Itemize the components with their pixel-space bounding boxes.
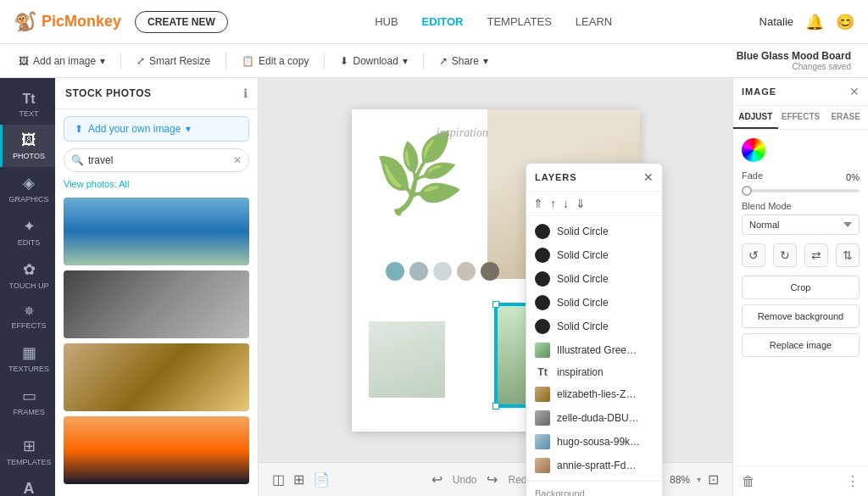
sidebar-photos-label: PHOTOS xyxy=(13,152,45,160)
layer-item[interactable]: Tt inspiration xyxy=(526,362,662,382)
stock-panel: STOCK PHOTOS ℹ ⬆ Add your own image ▾ 🔍 … xyxy=(55,78,259,496)
add-image-icon: 🖼 xyxy=(19,55,29,67)
top-nav: 🐒 PicMonkey CREATE NEW HUB EDITOR TEMPLA… xyxy=(0,0,868,44)
layer-circle-dot xyxy=(535,295,550,310)
tab-effects[interactable]: EFFECTS xyxy=(778,106,824,129)
tab-erase[interactable]: ERASE xyxy=(823,106,868,129)
layer-item[interactable]: Solid Circle xyxy=(526,267,662,291)
sidebar-item-effects[interactable]: ✵ EFFECTS xyxy=(0,297,55,337)
smart-resize-button[interactable]: ⤢ Smart Resize xyxy=(128,52,219,70)
replace-image-button[interactable]: Replace image xyxy=(742,333,860,357)
fit-screen-icon[interactable]: ⊡ xyxy=(708,471,719,488)
canvas-circle-3[interactable] xyxy=(433,262,452,281)
layer-item[interactable]: Illustrated Greenery xyxy=(526,338,662,362)
layer-item[interactable]: elizabeth-lies-ZWPerNl... xyxy=(526,382,662,406)
layer-item[interactable]: annie-spratt-FddqGrvw... xyxy=(526,454,662,477)
sidebar-templates-label: TEMPLATES xyxy=(7,458,52,466)
zoom-value[interactable]: 88% xyxy=(670,474,690,486)
layer-item[interactable]: Solid Circle xyxy=(526,315,662,338)
photo-item[interactable] xyxy=(64,416,249,484)
crop-button[interactable]: Crop xyxy=(742,276,860,299)
layers-panel: LAYERS ✕ ⇑ ↑ ↓ ⇓ Solid Circle Solid Circ… xyxy=(526,163,663,496)
sidebar-item-textures[interactable]: ▦ TEXTURES xyxy=(0,337,55,380)
user-menu[interactable]: Natalie xyxy=(760,15,793,28)
add-own-image-icon: ⬆ xyxy=(75,123,83,135)
remove-background-button[interactable]: Remove background xyxy=(742,304,860,328)
redo-button[interactable]: ↪ xyxy=(487,471,498,488)
sidebar-item-text[interactable]: Tt TEXT xyxy=(0,85,55,125)
sidebar-item-frames[interactable]: ▭ FRAMES xyxy=(0,380,55,423)
search-input[interactable] xyxy=(64,148,249,172)
canvas-inspiration-text[interactable]: inspiration xyxy=(437,126,488,140)
canvas-square-image[interactable] xyxy=(369,321,445,398)
more-options-button[interactable]: ⋮ xyxy=(846,473,860,489)
layer-item[interactable]: Solid Circle xyxy=(526,291,662,315)
layers-icon[interactable]: ◫ xyxy=(272,471,285,488)
fade-slider[interactable] xyxy=(742,189,860,192)
layer-move-bottom-icon[interactable]: ⇓ xyxy=(576,197,586,210)
nav-learn[interactable]: LEARN xyxy=(576,15,612,28)
nav-hub[interactable]: HUB xyxy=(375,15,398,28)
layer-item[interactable]: hugo-sousa-99kPPJPed... xyxy=(526,430,662,454)
layer-move-down-icon[interactable]: ↓ xyxy=(563,197,569,210)
sidebar-item-touchup[interactable]: ✿ TOUCH UP xyxy=(0,254,55,297)
photo-item[interactable] xyxy=(64,198,249,265)
search-clear-icon[interactable]: ✕ xyxy=(233,154,242,166)
layer-item[interactable]: Solid Circle xyxy=(526,243,662,267)
edit-copy-label: Edit a copy xyxy=(259,55,309,67)
pages-icon[interactable]: 📄 xyxy=(313,471,330,488)
canvas-circle-5[interactable] xyxy=(481,262,499,281)
download-button[interactable]: ⬇ Download ▾ xyxy=(331,52,415,70)
edit-copy-button[interactable]: 📋 Edit a copy xyxy=(233,52,317,70)
add-image-button[interactable]: 🖼 Add an image ▾ xyxy=(10,52,114,70)
sidebar-item-templates[interactable]: ⊞ TEMPLATES xyxy=(0,430,55,473)
sidebar-item-graphics[interactable]: ◈ GRAPHICS xyxy=(0,167,55,210)
layer-item[interactable]: Solid Circle xyxy=(526,220,662,243)
fade-slider-thumb[interactable] xyxy=(742,186,752,196)
layer-label: Illustrated Greenery xyxy=(557,344,642,356)
canvas-circle-1[interactable] xyxy=(386,262,404,281)
undo-button[interactable]: ↩ xyxy=(431,471,442,488)
photo-item[interactable] xyxy=(64,270,249,338)
image-panel-close-button[interactable]: ✕ xyxy=(849,85,860,98)
undo-label: Undo xyxy=(453,474,477,486)
color-wheel[interactable] xyxy=(742,138,765,162)
bell-icon[interactable]: 🔔 xyxy=(805,13,824,31)
tab-adjust[interactable]: ADJUST xyxy=(733,106,778,129)
logo-icon: 🐒 xyxy=(14,11,36,33)
nav-right: Natalie 🔔 😊 xyxy=(760,13,854,31)
canvas-circle-4[interactable] xyxy=(457,262,476,281)
blend-mode-select[interactable]: Normal xyxy=(742,215,860,235)
zoom-chevron[interactable]: ▾ xyxy=(697,475,701,484)
sidebar-item-edits[interactable]: ✦ EDITS xyxy=(0,210,55,254)
layers-close-button[interactable]: ✕ xyxy=(643,170,654,184)
create-new-button[interactable]: CREATE NEW xyxy=(135,11,228,33)
nav-editor[interactable]: EDITOR xyxy=(422,15,464,28)
layer-move-top-icon[interactable]: ⇑ xyxy=(533,197,543,210)
flip-h-button[interactable]: ⇄ xyxy=(804,243,828,267)
sidebar-effects-label: EFFECTS xyxy=(11,321,46,330)
stock-info-icon[interactable]: ℹ xyxy=(243,86,248,100)
layer-label: hugo-sousa-99kPPJPed... xyxy=(557,436,642,448)
grid-icon[interactable]: ⊞ xyxy=(293,471,304,488)
photo-item[interactable] xyxy=(64,343,249,411)
flip-v-button[interactable]: ⇅ xyxy=(836,243,860,267)
layer-move-up-icon[interactable]: ↑ xyxy=(550,197,556,210)
layer-item[interactable]: zelle-duda-DBUvQCYN... xyxy=(526,406,662,430)
layers-footer: Background Convert to layer xyxy=(526,481,662,496)
photo-grid xyxy=(55,194,258,496)
logo[interactable]: 🐒 PicMonkey xyxy=(14,11,121,33)
blend-mode-label: Blend Mode xyxy=(742,201,860,211)
sidebar-item-photos[interactable]: 🖼 PHOTOS xyxy=(0,125,55,167)
add-own-image-button[interactable]: ⬆ Add your own image ▾ xyxy=(64,116,249,142)
sidebar-item-themes[interactable]: A THEMES xyxy=(0,473,55,496)
delete-layer-button[interactable]: 🗑 xyxy=(742,474,755,489)
rotate-right-button[interactable]: ↻ xyxy=(773,243,797,267)
nav-templates[interactable]: TEMPLATES xyxy=(487,15,552,28)
canvas-circle-2[interactable] xyxy=(409,262,428,281)
rotate-left-button[interactable]: ↺ xyxy=(742,243,765,267)
emoji-icon[interactable]: 😊 xyxy=(836,13,854,31)
sidebar-textures-label: TEXTURES xyxy=(8,365,49,373)
share-button[interactable]: ↗ Share ▾ xyxy=(431,52,497,70)
view-all-link[interactable]: All xyxy=(119,179,129,189)
